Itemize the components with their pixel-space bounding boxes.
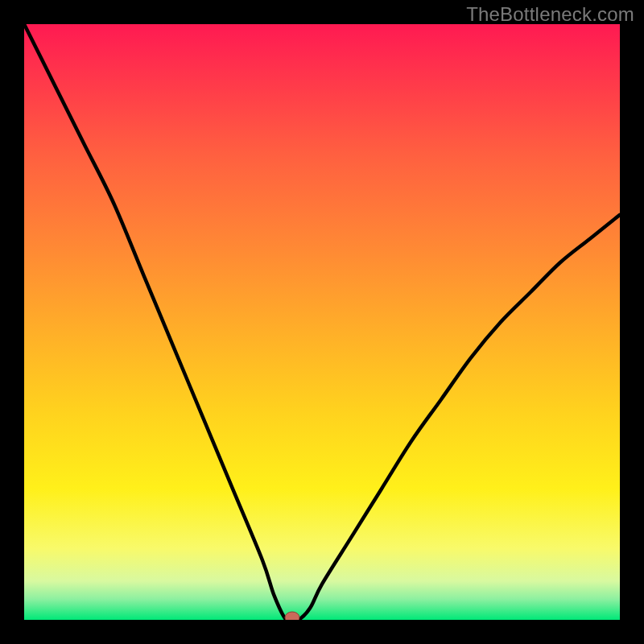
bottleneck-curve-path (24, 24, 620, 620)
curve-svg (24, 24, 620, 620)
svg-point-0 (285, 612, 299, 620)
marker-dot (285, 612, 299, 620)
chart-frame: TheBottleneck.com (0, 0, 644, 644)
watermark-text: TheBottleneck.com (466, 3, 634, 26)
plot-area (24, 24, 620, 620)
